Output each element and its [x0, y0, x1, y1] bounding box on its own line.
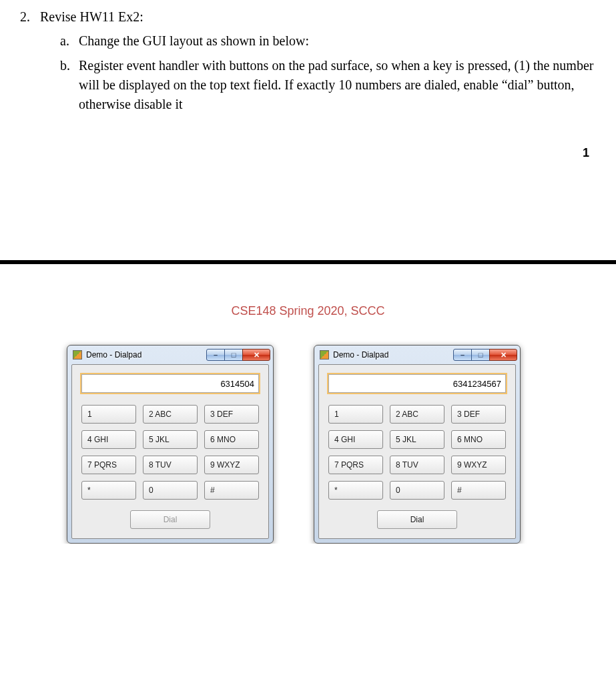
key-8[interactable]: 8 TUV: [390, 456, 444, 474]
key-6[interactable]: 6 MNO: [451, 430, 506, 449]
page-number: 1: [20, 119, 596, 167]
subitem-a-letter: a.: [60, 31, 79, 51]
key-9[interactable]: 9 WXYZ: [451, 456, 506, 474]
key-2[interactable]: 2 ABC: [143, 405, 198, 424]
subitem-a-text: Change the GUI layout as shown in below:: [79, 31, 309, 51]
key-7[interactable]: 7 PQRS: [81, 456, 136, 474]
key-star[interactable]: *: [81, 481, 136, 500]
key-1[interactable]: 1: [328, 405, 383, 424]
key-star[interactable]: *: [328, 481, 383, 500]
key-0[interactable]: 0: [143, 481, 198, 500]
problem-heading: 2. Revise HW11 Ex2:: [20, 9, 596, 25]
key-0[interactable]: 0: [390, 481, 444, 500]
key-9[interactable]: 9 WXYZ: [204, 456, 259, 474]
subitem-b-text: Register event handler with buttons on t…: [79, 56, 596, 114]
number-display[interactable]: [81, 374, 259, 393]
problem-number: 2.: [20, 9, 40, 25]
key-3[interactable]: 3 DEF: [451, 405, 506, 424]
subitem-b-letter: b.: [60, 56, 79, 114]
close-button[interactable]: ✕: [489, 349, 517, 361]
minimize-button[interactable]: –: [206, 349, 225, 361]
key-4[interactable]: 4 GHI: [328, 430, 383, 449]
subitem-a: a. Change the GUI layout as shown in bel…: [60, 31, 596, 51]
key-7[interactable]: 7 PQRS: [328, 456, 383, 474]
key-5[interactable]: 5 JKL: [143, 430, 198, 449]
window-title: Demo - Dialpad: [86, 350, 207, 360]
titlebar[interactable]: Demo - Dialpad – □ ✕: [67, 346, 273, 364]
maximize-button[interactable]: □: [471, 349, 490, 361]
key-2[interactable]: 2 ABC: [390, 405, 444, 424]
maximize-button[interactable]: □: [224, 349, 243, 361]
key-hash[interactable]: #: [204, 481, 259, 500]
key-1[interactable]: 1: [81, 405, 136, 424]
problem-title: Revise HW11 Ex2:: [40, 9, 143, 25]
dialpad-window-right: Demo - Dialpad – □ ✕ 1 2 ABC 3 DEF 4 GHI…: [314, 345, 521, 544]
key-6[interactable]: 6 MNO: [204, 430, 259, 449]
number-display[interactable]: [328, 374, 506, 393]
window-title: Demo - Dialpad: [333, 350, 454, 360]
app-icon: [320, 350, 329, 360]
key-hash[interactable]: #: [451, 481, 506, 500]
key-3[interactable]: 3 DEF: [204, 405, 259, 424]
course-heading: CSE148 Spring 2020, SCCC: [0, 304, 616, 318]
dialpad-window-left: Demo - Dialpad – □ ✕ 1 2 ABC 3 DEF 4 GHI…: [67, 345, 274, 544]
key-5[interactable]: 5 JKL: [390, 430, 444, 449]
page-divider: [0, 260, 616, 264]
dial-button[interactable]: Dial: [377, 510, 457, 529]
minimize-button[interactable]: –: [453, 349, 472, 361]
app-icon: [73, 350, 82, 360]
key-4[interactable]: 4 GHI: [81, 430, 136, 449]
key-8[interactable]: 8 TUV: [143, 456, 198, 474]
close-button[interactable]: ✕: [242, 349, 270, 361]
titlebar[interactable]: Demo - Dialpad – □ ✕: [314, 346, 520, 364]
dial-button: Dial: [130, 510, 210, 529]
subitem-b: b. Register event handler with buttons o…: [60, 56, 596, 114]
